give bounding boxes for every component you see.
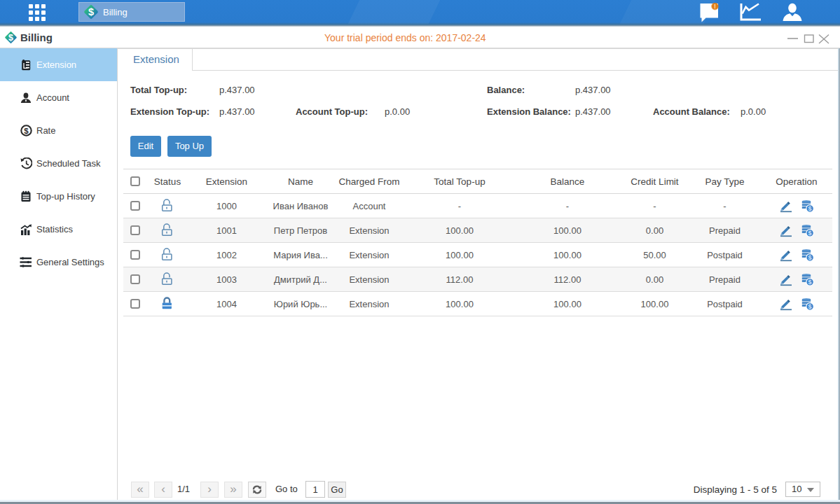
svg-text:$: $ — [808, 254, 812, 261]
svg-text:$: $ — [8, 33, 13, 43]
svg-text:$: $ — [88, 6, 94, 18]
svg-text:$: $ — [808, 230, 812, 237]
svg-text:$: $ — [808, 303, 812, 310]
svg-text:$: $ — [808, 205, 812, 212]
svg-text:$: $ — [24, 127, 29, 135]
svg-text:!: ! — [714, 3, 716, 10]
svg-text:$: $ — [808, 279, 812, 286]
